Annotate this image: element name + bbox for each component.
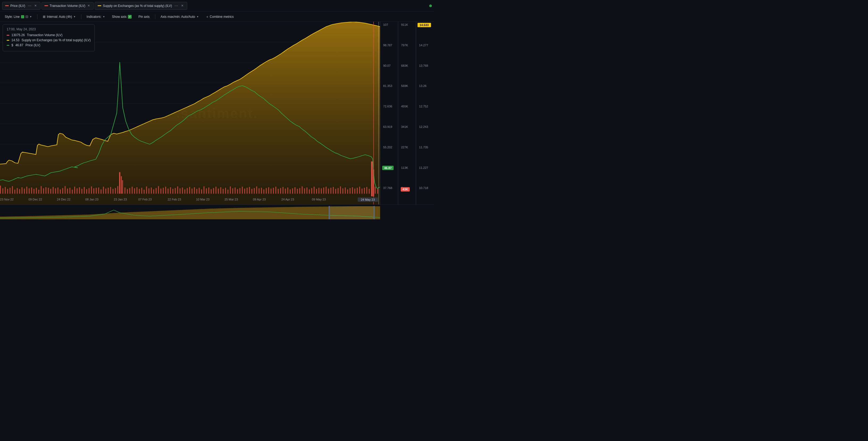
axis-maxmin-selector[interactable]: Axis max/min: Auto/Auto ▼ [159, 14, 200, 20]
sep3 [155, 14, 155, 19]
svg-rect-24 [36, 188, 37, 193]
svg-rect-131 [290, 189, 291, 193]
svg-rect-13 [9, 188, 10, 193]
svg-text:24 Dec 22: 24 Dec 22 [57, 198, 70, 201]
tab-transaction-volume[interactable]: Transaction Volume (ILV) ✕ [41, 2, 94, 9]
svg-rect-126 [278, 189, 278, 193]
svg-rect-54 [100, 189, 101, 193]
svg-rect-29 [119, 172, 121, 194]
svg-rect-51 [93, 188, 94, 193]
svg-rect-135 [300, 188, 300, 193]
svg-rect-133 [294, 187, 296, 193]
svg-text:09 May 23: 09 May 23 [312, 198, 326, 201]
svg-rect-41 [69, 188, 70, 193]
svg-rect-110 [239, 188, 240, 193]
svg-rect-31 [122, 180, 123, 194]
tab-supply-exchanges[interactable]: Supply on Exchanges (as % of total suppl… [95, 2, 187, 10]
interval-chevron: ▼ [73, 15, 76, 18]
svg-rect-27 [43, 188, 44, 193]
svg-text:24 May 23: 24 May 23 [361, 198, 375, 201]
svg-rect-119 [261, 188, 262, 193]
tab-supply-dots[interactable]: ⋯ [174, 4, 179, 8]
indicators-selector[interactable]: Indicators: ▼ [85, 14, 106, 20]
svg-rect-63 [127, 189, 128, 193]
interval-selector[interactable]: ⊞ Interval: Auto (4h) ▼ [41, 14, 78, 20]
svg-text:72.636: 72.636 [383, 105, 392, 108]
show-axis-toggle[interactable]: Show axis [111, 14, 133, 20]
svg-rect-157 [352, 187, 353, 193]
svg-rect-22 [31, 187, 32, 193]
svg-rect-11 [5, 187, 6, 193]
tab-transaction-label: Transaction Volume (ILV) [50, 4, 85, 8]
tooltip-dot-2 [7, 40, 9, 41]
svg-text:107: 107 [383, 23, 388, 26]
svg-rect-149 [333, 187, 334, 193]
svg-rect-144 [321, 188, 322, 193]
combine-metrics-label: Combine metrics [210, 15, 234, 19]
svg-rect-59 [113, 189, 113, 193]
svg-rect-74 [153, 189, 154, 193]
chart-tooltip: 17:00, May 24, 2023 13075.26 Transaction… [3, 25, 95, 51]
svg-rect-168 [377, 188, 378, 193]
svg-rect-15 [14, 190, 15, 193]
svg-rect-113 [247, 188, 247, 193]
svg-rect-120 [263, 189, 264, 193]
svg-text:911K: 911K [401, 23, 408, 26]
svg-text:90.07: 90.07 [383, 64, 391, 67]
svg-text:14.277: 14.277 [419, 43, 428, 46]
svg-rect-122 [268, 187, 269, 193]
svg-rect-40 [67, 188, 68, 193]
tab-supply-color [98, 5, 101, 6]
svg-text:08 Jan 23: 08 Jan 23 [85, 198, 98, 201]
svg-rect-163 [362, 188, 363, 193]
svg-text:11.227: 11.227 [419, 166, 428, 169]
tooltip-label-1: Transaction Volume (ILV) [27, 33, 62, 37]
style-color-swatch [21, 15, 24, 18]
chart-area: .santiment. [0, 22, 434, 204]
tooltip-value-1: 13075.26 [11, 33, 25, 37]
interval-label: Interval: Auto (4h) [47, 15, 72, 19]
tab-price-close[interactable]: ✕ [34, 4, 37, 8]
svg-rect-123 [271, 188, 271, 193]
svg-rect-124 [273, 188, 274, 193]
svg-rect-36 [57, 187, 58, 193]
svg-rect-134 [297, 189, 298, 193]
style-color-swatch2 [26, 15, 28, 18]
tab-transaction-close[interactable]: ✕ [87, 4, 91, 8]
tooltip-date: 17:00, May 24, 2023 [7, 27, 91, 31]
svg-rect-158 [354, 188, 355, 193]
svg-rect-35 [55, 188, 56, 193]
svg-text:12.243: 12.243 [419, 125, 428, 128]
sep1 [37, 14, 37, 19]
pin-axis-button[interactable]: Pin axis [137, 14, 151, 20]
tab-price[interactable]: Price (ILV) ⋯ ✕ [2, 2, 40, 10]
svg-rect-93 [199, 188, 199, 193]
svg-rect-20 [26, 187, 27, 193]
svg-text:23 Jan 23: 23 Jan 23 [114, 198, 127, 201]
svg-rect-116 [254, 188, 254, 193]
svg-rect-45 [79, 187, 80, 193]
svg-text:11.735: 11.735 [419, 146, 428, 149]
svg-rect-17 [19, 189, 20, 193]
svg-rect-156 [350, 188, 350, 193]
tab-supply-close[interactable]: ✕ [181, 4, 184, 8]
combine-metrics-button[interactable]: + Combine metrics [204, 14, 236, 20]
svg-rect-42 [72, 190, 72, 193]
svg-rect-28 [45, 187, 46, 193]
svg-rect-148 [331, 188, 331, 193]
svg-rect-66 [134, 188, 135, 193]
svg-rect-222 [329, 206, 374, 219]
svg-text:683K: 683K [401, 64, 408, 67]
svg-text:569K: 569K [401, 85, 408, 88]
svg-rect-128 [282, 187, 283, 193]
svg-text:797K: 797K [401, 43, 408, 46]
svg-rect-112 [244, 188, 245, 193]
svg-rect-19 [24, 188, 25, 193]
tooltip-row-3: $46.87 Price (ILV) [7, 43, 91, 47]
svg-rect-132 [292, 188, 293, 193]
tab-price-dots[interactable]: ⋯ [27, 4, 32, 8]
style-selector[interactable]: Style: Line ▼ [3, 14, 33, 20]
tooltip-label-3: Price (ILV) [26, 43, 40, 47]
show-axis-checkbox[interactable] [128, 15, 132, 19]
svg-rect-25 [38, 190, 39, 193]
